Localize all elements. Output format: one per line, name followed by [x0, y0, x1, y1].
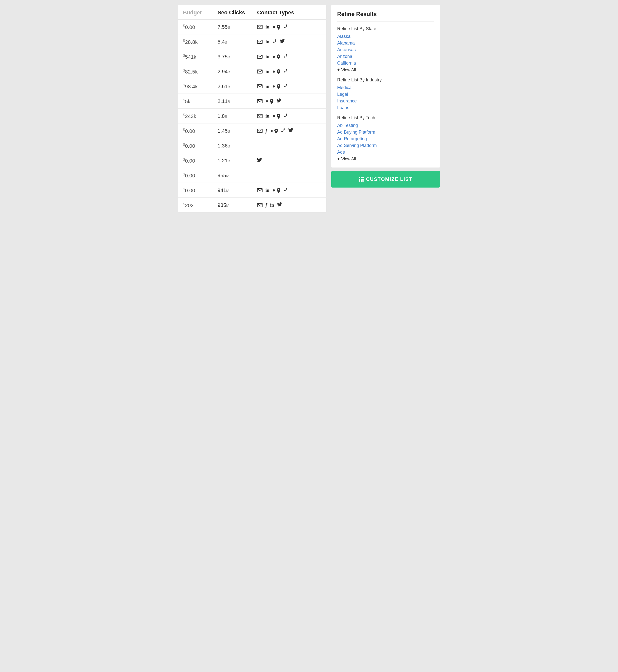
linkedin-icon: in: [266, 39, 270, 45]
tech-plus-icon: +: [337, 156, 340, 162]
seo-suffix: B: [228, 144, 230, 148]
dollar-sign: $: [183, 23, 185, 28]
facebook-icon: f: [266, 202, 267, 208]
industry-link[interactable]: Insurance: [337, 98, 434, 104]
twitter-icon: [280, 39, 285, 45]
seo-cell: 941M: [217, 187, 257, 193]
state-link[interactable]: Arkansas: [337, 47, 434, 53]
twitter-icon: [288, 128, 293, 134]
dollar-sign: $: [183, 112, 185, 117]
industry-links: MedicalLegalInsuranceLoans: [337, 85, 434, 110]
seo-cell: 1.8B: [217, 113, 257, 119]
linkedin-icon: in: [266, 84, 270, 89]
contact-icons: in●: [257, 83, 321, 89]
linkedin-icon: in: [266, 69, 270, 74]
col-contact: Contact Types: [257, 9, 321, 16]
contact-icons: [257, 158, 321, 163]
contact-icons: f●: [257, 128, 321, 134]
location-icon: ●: [270, 128, 278, 134]
email-icon: [257, 25, 263, 29]
state-plus-icon: +: [337, 67, 340, 73]
customize-list-button[interactable]: CUSTOMIZE LIST: [331, 171, 440, 187]
phone-icon: [283, 69, 288, 74]
industry-link[interactable]: Legal: [337, 92, 434, 97]
budget-cell: $0.00: [183, 128, 217, 134]
twitter-icon: [277, 202, 282, 208]
budget-cell: $98.4k: [183, 83, 217, 90]
contact-icons: in●: [257, 54, 321, 59]
table-body: $0.00 7.55B in● $28.8k 5.4B: [178, 19, 326, 212]
tech-view-all[interactable]: + View All: [337, 156, 434, 162]
phone-icon: [283, 54, 288, 59]
state-link[interactable]: Alabama: [337, 40, 434, 46]
industry-section-title: Refine List By Industry: [337, 77, 434, 83]
dollar-sign: $: [183, 202, 185, 206]
table-header: Budget Seo Clicks Contact Types: [178, 5, 326, 19]
email-icon: [257, 129, 263, 133]
tech-link[interactable]: Ads: [337, 150, 434, 155]
seo-suffix: B: [228, 25, 230, 29]
budget-cell: $202: [183, 202, 217, 208]
dollar-sign: $: [183, 38, 185, 43]
location-icon: ●: [273, 83, 280, 89]
budget-cell: $0.00: [183, 142, 217, 149]
table-row: $0.00 1.21B: [178, 153, 326, 168]
tech-section: Refine List By Tech Ab TestingAd Buying …: [337, 115, 434, 162]
linkedin-icon: in: [266, 113, 270, 119]
dollar-sign: $: [183, 142, 185, 147]
industry-link[interactable]: Medical: [337, 85, 434, 90]
facebook-icon: f: [266, 128, 267, 134]
industry-link[interactable]: Loans: [337, 105, 434, 110]
tech-link[interactable]: Ad Serving Platform: [337, 143, 434, 148]
linkedin-icon: in: [270, 202, 274, 208]
location-icon: ●: [273, 113, 280, 119]
budget-cell: $82.5k: [183, 68, 217, 75]
dollar-sign: $: [183, 53, 185, 58]
location-icon: ●: [273, 54, 280, 59]
table-row: $0.00 955M: [178, 168, 326, 183]
dollar-sign: $: [183, 68, 185, 72]
budget-cell: $0.00: [183, 172, 217, 179]
table-row: $541k 3.75B in●: [178, 49, 326, 64]
dollar-sign: $: [183, 128, 185, 132]
seo-cell: 2.94B: [217, 69, 257, 75]
budget-cell: $0.00: [183, 157, 217, 164]
email-icon: [257, 99, 263, 103]
seo-suffix: B: [228, 70, 230, 74]
tech-link[interactable]: Ab Testing: [337, 123, 434, 128]
seo-suffix: B: [228, 129, 230, 133]
location-icon: ●: [266, 98, 274, 104]
twitter-icon: [257, 158, 262, 163]
state-links: AlaskaAlabamaArkansasArizonaCalifornia: [337, 34, 434, 66]
state-link[interactable]: Arizona: [337, 54, 434, 59]
phone-icon: [281, 128, 285, 134]
state-view-all[interactable]: + View All: [337, 67, 434, 73]
linkedin-icon: in: [266, 54, 270, 59]
tech-link[interactable]: Ad Retargeting: [337, 136, 434, 142]
seo-cell: 1.45B: [217, 128, 257, 134]
contact-icons: in●: [257, 69, 321, 74]
dollar-sign: $: [183, 98, 185, 102]
email-icon: [257, 55, 263, 59]
tech-link[interactable]: Ad Buying Platform: [337, 130, 434, 135]
phone-icon: [283, 113, 288, 119]
email-icon: [257, 114, 263, 118]
table-row: $243k 1.8B in●: [178, 109, 326, 123]
seo-cell: 5.4B: [217, 39, 257, 45]
seo-suffix: B: [228, 85, 230, 89]
table-row: $0.00 941M in●: [178, 183, 326, 198]
contact-icons: in●: [257, 24, 321, 30]
table-row: $0.00 1.45B f●: [178, 123, 326, 138]
seo-suffix: B: [228, 159, 230, 163]
seo-suffix: M: [226, 174, 229, 178]
state-link[interactable]: Alaska: [337, 34, 434, 39]
seo-cell: 3.75B: [217, 54, 257, 60]
budget-cell: $243k: [183, 112, 217, 119]
email-icon: [257, 84, 263, 88]
twitter-icon: [276, 98, 281, 104]
contact-icons: in●: [257, 113, 321, 119]
state-link[interactable]: California: [337, 61, 434, 66]
customize-list-label: CUSTOMIZE LIST: [366, 176, 412, 182]
email-icon: [257, 203, 263, 207]
seo-suffix: B: [228, 55, 230, 59]
